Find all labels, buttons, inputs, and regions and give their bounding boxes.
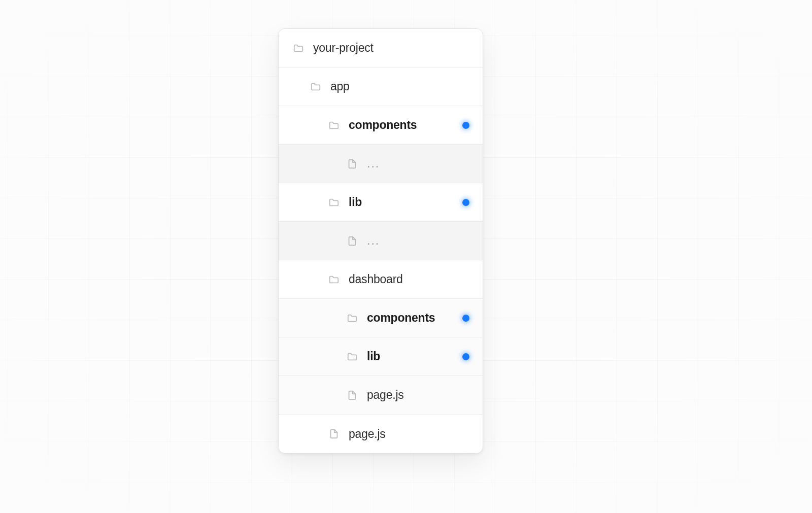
file-icon	[347, 390, 358, 401]
status-dot-icon	[462, 199, 469, 206]
file-icon	[328, 428, 340, 439]
file-tree-card: your-project appcomponents...lib...dashb…	[278, 28, 483, 454]
folder-icon	[328, 274, 340, 285]
tree-row-folder[interactable]: dashboard	[279, 260, 483, 299]
file-icon	[347, 158, 358, 169]
tree-row-label: ...	[367, 234, 483, 248]
tree-root-row[interactable]: your-project	[279, 29, 483, 67]
folder-icon	[347, 351, 358, 362]
tree-row-file[interactable]: ...	[279, 145, 483, 183]
tree-row-label: app	[330, 80, 483, 93]
tree-row-folder[interactable]: lib	[279, 183, 483, 222]
tree-row-folder[interactable]: app	[279, 67, 483, 106]
tree-row-folder[interactable]: components	[279, 106, 483, 145]
tree-row-file[interactable]: page.js	[279, 376, 483, 415]
tree-row-folder[interactable]: lib	[279, 337, 483, 376]
folder-icon	[293, 43, 304, 54]
status-dot-icon	[462, 353, 469, 360]
status-dot-icon	[462, 315, 469, 322]
tree-row-folder[interactable]: components	[279, 299, 483, 337]
file-icon	[347, 235, 358, 247]
tree-row-label: dashboard	[349, 272, 483, 286]
folder-icon	[310, 81, 321, 92]
tree-row-label: lib	[349, 195, 462, 209]
folder-icon	[328, 120, 340, 131]
tree-root-label: your-project	[313, 41, 483, 55]
tree-row-label: components	[349, 118, 462, 132]
tree-row-label: ...	[367, 157, 483, 170]
tree-row-label: components	[367, 311, 462, 325]
folder-icon	[328, 197, 340, 208]
tree-row-file[interactable]: ...	[279, 222, 483, 260]
tree-row-label: lib	[367, 350, 462, 363]
folder-icon	[347, 313, 358, 324]
tree-row-file[interactable]: page.js	[279, 415, 483, 453]
tree-row-label: page.js	[367, 388, 483, 402]
tree-row-label: page.js	[349, 427, 483, 441]
status-dot-icon	[462, 122, 469, 129]
